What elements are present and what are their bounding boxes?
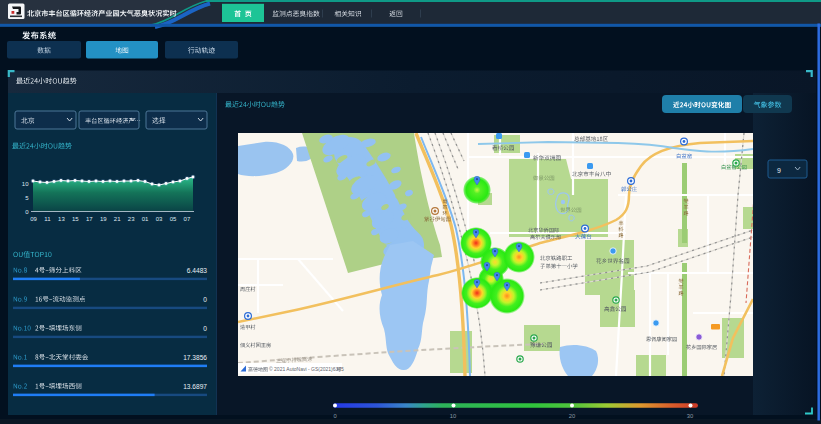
svg-text:15: 15 [72, 216, 79, 222]
svg-text:13.6897: 13.6897 [183, 383, 207, 390]
svg-text:03: 03 [156, 216, 163, 222]
svg-text:01: 01 [142, 216, 149, 222]
svg-text:11: 11 [44, 216, 51, 222]
svg-text:13: 13 [58, 216, 65, 222]
svg-text:0: 0 [333, 413, 336, 419]
svg-text:© 2021 AutoNavi - GS(2021)6375: © 2021 AutoNavi - GS(2021)6375 [269, 366, 344, 372]
svg-text:0: 0 [203, 296, 207, 303]
svg-text:07: 07 [184, 216, 191, 222]
svg-text:09: 09 [30, 216, 37, 222]
svg-text:21: 21 [114, 216, 121, 222]
svg-text:0: 0 [203, 325, 207, 332]
svg-text:10: 10 [450, 413, 456, 419]
svg-text:30: 30 [687, 413, 693, 419]
svg-text:05: 05 [170, 216, 177, 222]
svg-text:20: 20 [569, 413, 575, 419]
svg-text:17: 17 [86, 216, 93, 222]
svg-text:6.4483: 6.4483 [187, 267, 208, 274]
svg-text:23: 23 [128, 216, 135, 222]
svg-text:19: 19 [100, 216, 107, 222]
svg-text:10: 10 [22, 181, 29, 187]
svg-text:9: 9 [777, 167, 781, 174]
svg-text:17.3856: 17.3856 [183, 354, 207, 361]
